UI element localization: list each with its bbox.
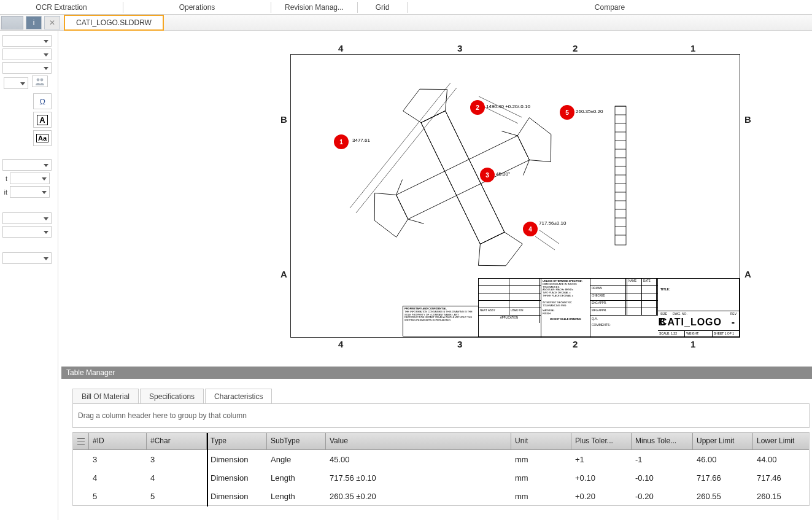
svg-line-12	[519, 160, 535, 176]
table-row[interactable]: 4 4 Dimension Length 717.56 ±0.10 mm +0.…	[73, 468, 809, 487]
col-label-top-2: 2	[573, 43, 578, 53]
dim-3: 45.00°	[496, 171, 510, 177]
left-combo-3[interactable]	[2, 62, 52, 74]
ribbon-tab-operations[interactable]: Operations	[123, 1, 271, 14]
svg-line-17	[535, 236, 555, 250]
left-combo-7[interactable]	[2, 226, 52, 238]
ribbon-tab-ocr[interactable]: OCR Extraction	[0, 1, 123, 14]
col-lower[interactable]: Lower Limit	[753, 433, 809, 449]
left-combo-6[interactable]	[2, 212, 52, 224]
row-label-right-b: B	[744, 114, 751, 125]
row-label-right-a: A	[744, 269, 751, 279]
svg-line-10	[501, 126, 517, 141]
text-a-boxed-icon[interactable]: A	[33, 112, 52, 128]
left-combo-2[interactable]	[2, 49, 52, 60]
group-by-bar[interactable]: Drag a column header here to group by th…	[72, 403, 810, 428]
left-combo-4a[interactable]	[4, 77, 28, 89]
tab-strip: Bill Of Material Specifications Characte…	[72, 389, 273, 404]
row-label-left-b: B	[280, 114, 287, 125]
left-panel: Ω A Aa t it	[0, 31, 58, 520]
col-id[interactable]: #ID	[89, 433, 147, 449]
left-combo-5[interactable]	[2, 159, 52, 171]
people-icon[interactable]	[32, 76, 48, 87]
ribbon-tab-grid[interactable]: Grid	[358, 1, 407, 14]
col-char[interactable]: #Char	[147, 433, 207, 449]
omega-icon[interactable]: Ω	[33, 93, 52, 109]
col-label-bot-2: 2	[573, 339, 578, 349]
info-icon[interactable]: i	[26, 16, 42, 29]
tb-dwgname: CATI_LOGO	[660, 317, 722, 328]
toolbar: i ✕ CATI_LOGO.SLDDRW	[0, 15, 812, 31]
balloon-1[interactable]: 1	[334, 134, 349, 149]
col-type[interactable]: Type	[207, 433, 267, 449]
balloon-2[interactable]: 2	[470, 100, 485, 115]
col-subtype[interactable]: SubType	[267, 433, 326, 449]
col-minus[interactable]: Minus Tole...	[632, 433, 693, 449]
col-upper[interactable]: Upper Limit	[693, 433, 753, 449]
table-row[interactable]: 3 3 Dimension Angle 45.00 mm +1 -1 46.00…	[73, 450, 809, 468]
left-combo-1[interactable]	[2, 35, 52, 47]
close-icon[interactable]: ✕	[44, 16, 60, 29]
svg-marker-6	[512, 112, 562, 170]
col-value[interactable]: Value	[326, 433, 511, 449]
col-plus[interactable]: Plus Toler...	[571, 433, 632, 449]
svg-rect-19	[615, 106, 626, 245]
dim-2: 1490.40 +0.20/-0.10	[486, 104, 530, 109]
tab-specs[interactable]: Specifications	[140, 389, 204, 404]
balloon-4[interactable]: 4	[523, 222, 538, 236]
left-combo-it[interactable]	[10, 186, 50, 198]
svg-line-11	[408, 214, 424, 229]
left-combo-8[interactable]	[2, 252, 52, 264]
svg-point-0	[37, 78, 40, 81]
title-block: PROPRIETARY AND CONFIDENTIAL THE INFORMA…	[478, 278, 740, 337]
table-row[interactable]: 5 5 Dimension Length 260.35 ±0.20 mm +0.…	[73, 487, 809, 505]
label-it: it	[1, 188, 7, 196]
row-label-left-a: A	[280, 269, 287, 279]
ribbon-tab-revision[interactable]: Revision Manag...	[271, 1, 357, 14]
label-t: t	[1, 175, 7, 182]
table-manager-header: Table Manager	[61, 367, 812, 379]
col-label-bot-1: 1	[690, 339, 695, 349]
characteristics-grid: #ID #Char Type SubType Value Unit Plus T…	[72, 432, 810, 506]
svg-marker-5	[364, 185, 413, 243]
col-label-bot-3: 3	[457, 339, 462, 349]
tab-bom[interactable]: Bill Of Material	[72, 389, 139, 404]
toolbar-spacer	[1, 16, 23, 29]
col-label-top-3: 3	[457, 43, 462, 53]
svg-rect-2	[396, 136, 529, 219]
dim-4: 717.56±0.10	[539, 220, 566, 226]
balloon-3[interactable]: 3	[480, 168, 495, 182]
tab-characteristics[interactable]: Characteristics	[205, 389, 272, 404]
drawing-viewport[interactable]: 4 3 2 1 4 3 2 1 B B A A	[58, 31, 812, 362]
left-combo-t[interactable]	[10, 173, 50, 184]
col-label-top-4: 4	[338, 43, 343, 53]
svg-line-13	[350, 83, 450, 208]
text-aa-boxed-icon[interactable]: Aa	[33, 130, 52, 146]
svg-point-1	[41, 78, 44, 81]
svg-marker-8	[470, 227, 528, 276]
svg-line-9	[392, 180, 408, 195]
drawing-sheet: 1 3477.61 2 1490.40 +0.20/-0.10 3 45.00°…	[290, 54, 740, 338]
dim-5: 260.35±0.20	[576, 109, 603, 114]
dim-1: 3477.61	[352, 138, 370, 143]
col-label-bot-4: 4	[338, 339, 343, 349]
col-label-top-1: 1	[690, 43, 695, 53]
ribbon-tabs: OCR Extraction Operations Revision Manag…	[0, 0, 812, 15]
balloon-5[interactable]: 5	[560, 105, 574, 120]
grid-header: #ID #Char Type SubType Value Unit Plus T…	[73, 433, 809, 450]
grid-handle-col[interactable]	[73, 433, 89, 449]
col-unit[interactable]: Unit	[511, 433, 571, 449]
svg-marker-7	[398, 79, 455, 128]
svg-line-18	[539, 230, 559, 244]
document-tab-active[interactable]: CATI_LOGO.SLDDRW	[64, 15, 164, 31]
ribbon-tab-compare[interactable]: Compare	[408, 1, 812, 14]
tb-rev: -	[732, 317, 735, 328]
